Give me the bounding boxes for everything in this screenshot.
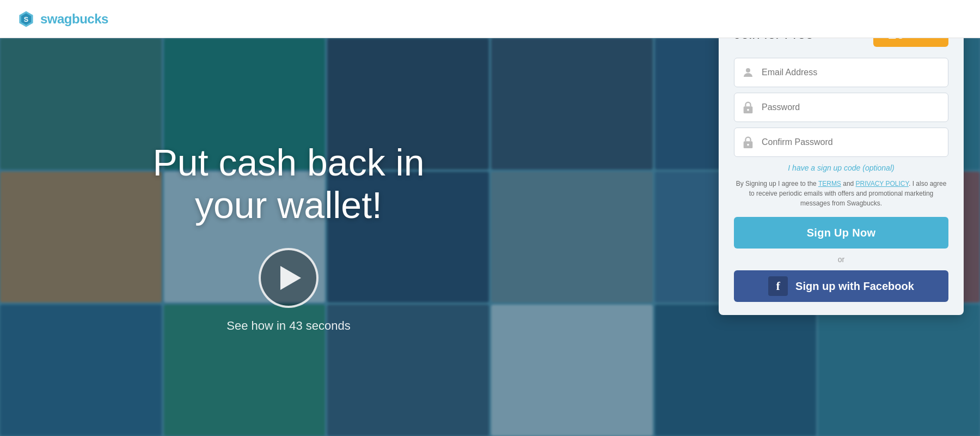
hero-headline: Put cash back in your wallet! [153,141,425,226]
svg-point-3 [746,68,750,72]
password-input[interactable] [734,93,948,122]
svg-point-5 [747,109,749,111]
svg-text:S: S [24,15,28,23]
user-icon [740,65,756,80]
lock-icon [740,100,756,115]
play-triangle-icon [280,266,301,290]
signup-code-link[interactable]: I have a sign up code (optional) [734,164,948,172]
logo-text: swagbucks [40,11,108,27]
confirm-password-input[interactable] [734,128,948,157]
password-input-group [734,93,948,122]
terms-link[interactable]: TERMS [818,180,841,187]
hero-content: Put cash back in your wallet! See how in… [0,38,577,436]
play-label: See how in 43 seconds [226,319,351,333]
play-button-container[interactable]: See how in 43 seconds [226,248,351,333]
swagbucks-logo-icon: S [16,9,36,29]
lock-confirm-icon [740,135,756,150]
facebook-icon: f [768,276,788,296]
terms-text: By Signing up I agree to the TERMS and P… [734,179,948,208]
confirm-password-input-group [734,128,948,157]
signup-now-button[interactable]: Sign Up Now [734,217,948,249]
signup-card: Join for Free $ 10 BONUS * [719,5,964,315]
svg-point-7 [747,144,749,146]
play-circle[interactable] [259,248,318,308]
facebook-signup-button[interactable]: f Sign up with Facebook [734,270,948,302]
or-divider: or [734,255,948,264]
email-input[interactable] [734,58,948,87]
logo-area[interactable]: S swagbucks [16,9,108,29]
facebook-button-label: Sign up with Facebook [795,280,914,293]
email-input-group [734,58,948,87]
header: S swagbucks [0,0,980,38]
privacy-link[interactable]: PRIVACY POLICY [856,180,909,187]
